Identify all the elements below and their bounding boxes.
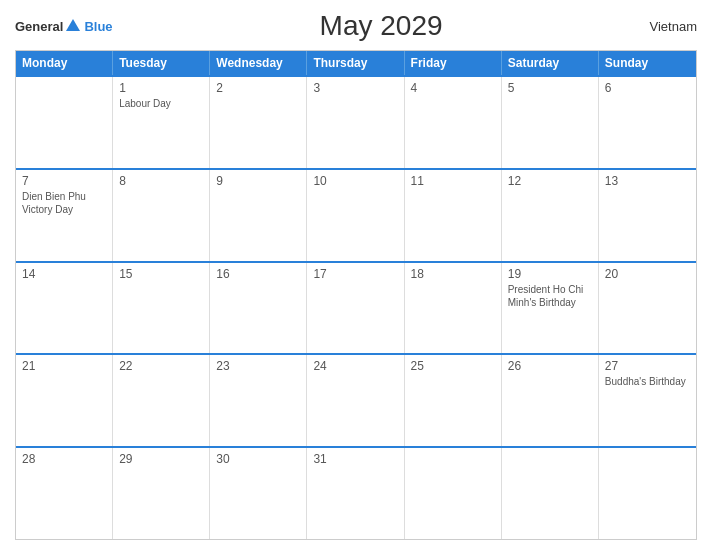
day-number: 14 bbox=[22, 267, 106, 281]
day-number: 16 bbox=[216, 267, 300, 281]
logo: General Blue bbox=[15, 17, 113, 35]
day-cell: 10 bbox=[307, 170, 404, 261]
header: General Blue May 2029 Vietnam bbox=[15, 10, 697, 42]
day-number: 11 bbox=[411, 174, 495, 188]
day-number: 8 bbox=[119, 174, 203, 188]
calendar-title: May 2029 bbox=[320, 10, 443, 42]
day-cell: 7Dien Bien Phu Victory Day bbox=[16, 170, 113, 261]
week-row-0: 1Labour Day23456 bbox=[16, 75, 696, 168]
day-cell: 13 bbox=[599, 170, 696, 261]
day-cell: 25 bbox=[405, 355, 502, 446]
event-text: Dien Bien Phu Victory Day bbox=[22, 190, 106, 216]
day-number: 23 bbox=[216, 359, 300, 373]
day-number: 20 bbox=[605, 267, 690, 281]
calendar-header: MondayTuesdayWednesdayThursdayFridaySatu… bbox=[16, 51, 696, 75]
day-number: 21 bbox=[22, 359, 106, 373]
day-header-thursday: Thursday bbox=[307, 51, 404, 75]
day-number: 28 bbox=[22, 452, 106, 466]
day-cell: 24 bbox=[307, 355, 404, 446]
day-header-monday: Monday bbox=[16, 51, 113, 75]
day-cell: 16 bbox=[210, 263, 307, 354]
event-text: President Ho Chi Minh's Birthday bbox=[508, 283, 592, 309]
logo-triangle-icon bbox=[66, 19, 80, 31]
day-cell: 14 bbox=[16, 263, 113, 354]
day-cell: 1Labour Day bbox=[113, 77, 210, 168]
day-header-sunday: Sunday bbox=[599, 51, 696, 75]
day-number: 19 bbox=[508, 267, 592, 281]
day-number: 6 bbox=[605, 81, 690, 95]
day-header-friday: Friday bbox=[405, 51, 502, 75]
day-number: 3 bbox=[313, 81, 397, 95]
day-number: 27 bbox=[605, 359, 690, 373]
day-cell bbox=[599, 448, 696, 539]
calendar-page: General Blue May 2029 Vietnam MondayTues… bbox=[0, 0, 712, 550]
calendar: MondayTuesdayWednesdayThursdayFridaySatu… bbox=[15, 50, 697, 540]
event-text: Buddha's Birthday bbox=[605, 375, 690, 388]
day-cell: 28 bbox=[16, 448, 113, 539]
day-number: 26 bbox=[508, 359, 592, 373]
day-cell: 21 bbox=[16, 355, 113, 446]
day-cell bbox=[16, 77, 113, 168]
day-cell bbox=[405, 448, 502, 539]
day-number: 2 bbox=[216, 81, 300, 95]
week-row-1: 7Dien Bien Phu Victory Day8910111213 bbox=[16, 168, 696, 261]
day-number: 30 bbox=[216, 452, 300, 466]
day-cell: 12 bbox=[502, 170, 599, 261]
day-cell: 26 bbox=[502, 355, 599, 446]
week-row-2: 141516171819President Ho Chi Minh's Birt… bbox=[16, 261, 696, 354]
logo-general: General bbox=[15, 19, 63, 34]
day-number: 17 bbox=[313, 267, 397, 281]
day-number: 12 bbox=[508, 174, 592, 188]
day-cell: 11 bbox=[405, 170, 502, 261]
day-cell: 17 bbox=[307, 263, 404, 354]
day-number: 13 bbox=[605, 174, 690, 188]
day-cell: 19President Ho Chi Minh's Birthday bbox=[502, 263, 599, 354]
logo-blue: Blue bbox=[84, 19, 112, 34]
day-cell: 22 bbox=[113, 355, 210, 446]
day-number: 29 bbox=[119, 452, 203, 466]
calendar-body: 1Labour Day234567Dien Bien Phu Victory D… bbox=[16, 75, 696, 539]
day-cell: 2 bbox=[210, 77, 307, 168]
day-cell: 30 bbox=[210, 448, 307, 539]
day-cell: 23 bbox=[210, 355, 307, 446]
day-number: 25 bbox=[411, 359, 495, 373]
day-cell: 29 bbox=[113, 448, 210, 539]
day-cell: 3 bbox=[307, 77, 404, 168]
day-number: 18 bbox=[411, 267, 495, 281]
week-row-3: 21222324252627Buddha's Birthday bbox=[16, 353, 696, 446]
day-cell: 27Buddha's Birthday bbox=[599, 355, 696, 446]
day-cell: 8 bbox=[113, 170, 210, 261]
week-row-4: 28293031 bbox=[16, 446, 696, 539]
day-cell: 5 bbox=[502, 77, 599, 168]
day-header-saturday: Saturday bbox=[502, 51, 599, 75]
event-text: Labour Day bbox=[119, 97, 203, 110]
day-number: 7 bbox=[22, 174, 106, 188]
day-cell: 4 bbox=[405, 77, 502, 168]
day-number: 22 bbox=[119, 359, 203, 373]
day-number: 9 bbox=[216, 174, 300, 188]
day-cell: 9 bbox=[210, 170, 307, 261]
day-number: 24 bbox=[313, 359, 397, 373]
day-number: 4 bbox=[411, 81, 495, 95]
day-header-tuesday: Tuesday bbox=[113, 51, 210, 75]
day-number: 31 bbox=[313, 452, 397, 466]
day-cell bbox=[502, 448, 599, 539]
day-cell: 6 bbox=[599, 77, 696, 168]
day-cell: 18 bbox=[405, 263, 502, 354]
day-number: 5 bbox=[508, 81, 592, 95]
day-number: 10 bbox=[313, 174, 397, 188]
country-label: Vietnam bbox=[650, 19, 697, 34]
day-cell: 20 bbox=[599, 263, 696, 354]
day-cell: 15 bbox=[113, 263, 210, 354]
day-cell: 31 bbox=[307, 448, 404, 539]
day-header-wednesday: Wednesday bbox=[210, 51, 307, 75]
day-number: 15 bbox=[119, 267, 203, 281]
day-number: 1 bbox=[119, 81, 203, 95]
